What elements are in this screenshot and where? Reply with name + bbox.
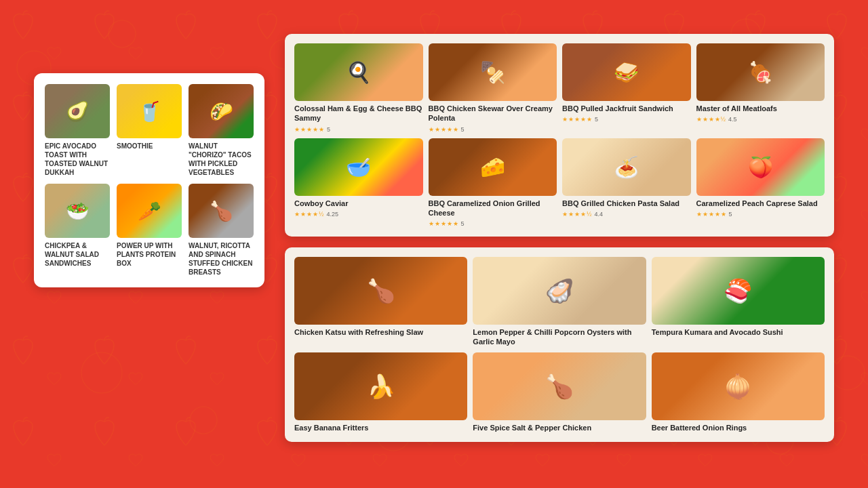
blog-item-title: WALNUT "CHORIZO" TACOS WITH PICKLED VEGE… (189, 142, 254, 177)
recipe-item-rating: ★★★★★ 5 (294, 126, 423, 133)
recipe-item-title: Beer Battered Onion Rings (652, 423, 825, 432)
recipe-item-image: 🧀 (429, 138, 557, 196)
recipe-item-title: BBQ Caramelized Onion Grilled Cheese (429, 199, 557, 218)
blog-item: 🥗CHICKPEA & WALNUT SALAD SANDWICHES (45, 184, 110, 277)
blog-item-image: 🥕 (117, 184, 182, 238)
recipe-item: 🍑Caramelized Peach Caprese Salad★★★★★ 5 (696, 138, 825, 228)
recipe-item-rating: ★★★★★ 5 (562, 116, 691, 123)
recipe-item-title: BBQ Chicken Skewar Over Creamy Polenta (429, 104, 557, 123)
recipe-item: 🥪BBQ Pulled Jackfruit Sandwich★★★★★ 5 (562, 43, 691, 133)
recipe-item-rating: ★★★★★ 5 (429, 220, 557, 227)
recipe-item-image: 🍣 (652, 257, 825, 325)
recipe-item: 🥣Cowboy Caviar★★★★½ 4.25 (294, 138, 423, 228)
blog-item-image: 🥗 (45, 184, 110, 238)
recipe-item-title: BBQ Grilled Chicken Pasta Salad (562, 199, 691, 208)
blog-item-title: CHICKPEA & WALNUT SALAD SANDWICHES (45, 241, 110, 268)
blog-item: 🥤SMOOTHIE (117, 84, 182, 177)
blog-item-image: 🥤 (117, 84, 182, 138)
recipe-item-title: Chicken Katsu with Refreshing Slaw (294, 327, 467, 337)
recipe-item: 🦪Lemon Pepper & Chilli Popcorn Oysters w… (473, 257, 646, 347)
recipe-item-title: Cowboy Caviar (294, 199, 423, 208)
recipe-item-image: 🥪 (562, 43, 691, 101)
blog-item-image: 🌮 (189, 84, 254, 138)
recipe-item: 🍌Easy Banana Fritters (294, 352, 467, 432)
blog-item-title: WALNUT, RICOTTA AND SPINACH STUFFED CHIC… (189, 241, 254, 277)
blog-item: 🍗WALNUT, RICOTTA AND SPINACH STUFFED CHI… (189, 184, 254, 277)
recipe-item-image: 🍳 (294, 43, 423, 101)
recipe-grid-top: 🍳Colossal Ham & Egg & Cheese BBQ Sammy★★… (294, 43, 825, 227)
recipe-item: 🍝BBQ Grilled Chicken Pasta Salad★★★★½ 4.… (562, 138, 691, 228)
recipe-item-image: 🍖 (696, 43, 825, 101)
blog-item-title: EPIC AVOCADO TOAST WITH TOASTED WALNUT D… (45, 142, 110, 177)
blog-item: 🥑EPIC AVOCADO TOAST WITH TOASTED WALNUT … (45, 84, 110, 177)
recipe-item-image: 🍗 (294, 257, 467, 325)
recipe-item-rating: ★★★★½ 4.4 (562, 211, 691, 218)
headline (34, 27, 264, 53)
recipe-item-title: Master of All Meatloafs (696, 104, 825, 113)
recipe-item-image: 🍗 (473, 352, 646, 420)
recipe-grid-top-card: 🍳Colossal Ham & Egg & Cheese BBQ Sammy★★… (285, 34, 834, 237)
recipe-item: 🍗Chicken Katsu with Refreshing Slaw (294, 257, 467, 347)
recipe-item-image: 🍢 (429, 43, 557, 101)
recipe-item-rating: ★★★★½ 4.5 (696, 116, 825, 123)
blog-item-image: 🥑 (45, 84, 110, 138)
recipe-item-image: 🦪 (473, 257, 646, 325)
blog-item: 🥕POWER UP WITH PLANTS PROTEIN BOX (117, 184, 182, 277)
recipe-item: 🧅Beer Battered Onion Rings (652, 352, 825, 432)
recipe-item: 🧀BBQ Caramelized Onion Grilled Cheese★★★… (429, 138, 557, 228)
recipe-item-image: 🍑 (696, 138, 825, 196)
blog-grid: 🥑EPIC AVOCADO TOAST WITH TOASTED WALNUT … (45, 84, 254, 277)
right-section: 🍳Colossal Ham & Egg & Cheese BBQ Sammy★★… (285, 27, 834, 442)
recipe-item-image: 🍝 (562, 138, 691, 196)
recipe-item: 🍗Five Spice Salt & Pepper Chicken (473, 352, 646, 432)
recipe-item: 🍖Master of All Meatloafs★★★★½ 4.5 (696, 43, 825, 133)
recipe-item-image: 🍌 (294, 352, 467, 420)
recipe-item-rating: ★★★★½ 4.25 (294, 211, 423, 218)
recipe-item-title: Five Spice Salt & Pepper Chicken (473, 423, 646, 432)
left-section: 🥑EPIC AVOCADO TOAST WITH TOASTED WALNUT … (34, 27, 264, 287)
recipe-item: 🍢BBQ Chicken Skewar Over Creamy Polenta★… (429, 43, 557, 133)
recipe-item-title: Easy Banana Fritters (294, 423, 467, 432)
recipe-grid-bottom: 🍗Chicken Katsu with Refreshing Slaw🦪Lemo… (294, 257, 825, 432)
recipe-item-title: Tempura Kumara and Avocado Sushi (652, 327, 825, 337)
recipe-item-title: Lemon Pepper & Chilli Popcorn Oysters wi… (473, 327, 646, 347)
blog-item-title: POWER UP WITH PLANTS PROTEIN BOX (117, 241, 182, 268)
recipe-item-image: 🥣 (294, 138, 423, 196)
recipe-grid-bottom-card: 🍗Chicken Katsu with Refreshing Slaw🦪Lemo… (285, 247, 834, 442)
recipe-item-rating: ★★★★★ 5 (429, 126, 557, 133)
recipe-item: 🍳Colossal Ham & Egg & Cheese BBQ Sammy★★… (294, 43, 423, 133)
recipe-item: 🍣Tempura Kumara and Avocado Sushi (652, 257, 825, 347)
blog-grid-card: 🥑EPIC AVOCADO TOAST WITH TOASTED WALNUT … (34, 73, 264, 287)
blog-item-title: SMOOTHIE (117, 142, 182, 150)
recipe-item-rating: ★★★★★ 5 (696, 211, 825, 218)
blog-item-image: 🍗 (189, 184, 254, 238)
recipe-item-title: Caramelized Peach Caprese Salad (696, 199, 825, 208)
recipe-item-title: Colossal Ham & Egg & Cheese BBQ Sammy (294, 104, 423, 123)
blog-item: 🌮WALNUT "CHORIZO" TACOS WITH PICKLED VEG… (189, 84, 254, 177)
recipe-item-image: 🧅 (652, 352, 825, 420)
recipe-item-title: BBQ Pulled Jackfruit Sandwich (562, 104, 691, 113)
